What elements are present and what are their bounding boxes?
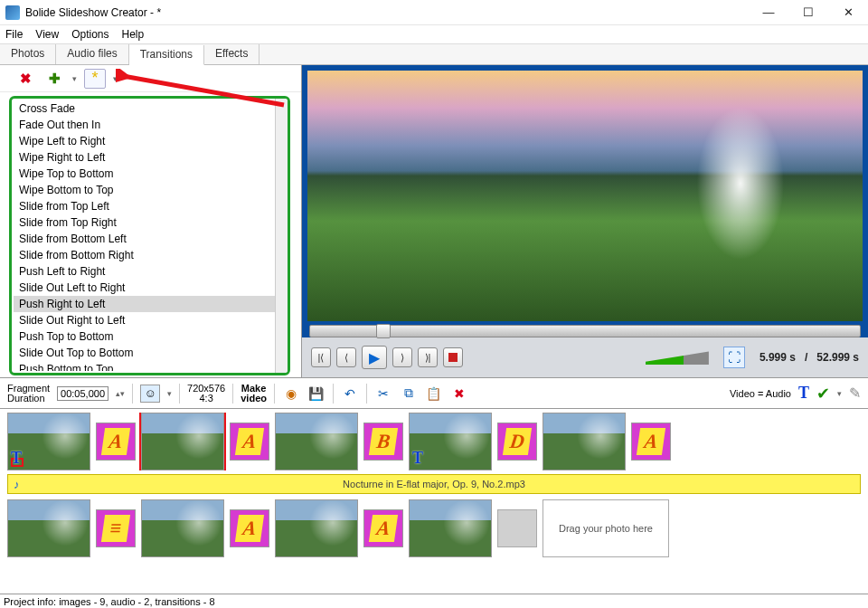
video-audio-label: Video = Audio [730, 388, 791, 399]
time-current: 5.999 s [760, 351, 796, 364]
delete-button[interactable]: ✖ [450, 385, 468, 403]
transition-option[interactable]: Slide from Top Right [14, 214, 286, 231]
clip-thumb[interactable] [141, 499, 224, 557]
photo-drop-slot[interactable]: Drag your photo here [542, 499, 669, 557]
record-button[interactable]: ◉ [282, 385, 300, 403]
seek-thumb[interactable] [376, 324, 391, 338]
clip-thumb[interactable]: T [409, 413, 492, 470]
transition-option[interactable]: Wipe Right to Left [14, 149, 286, 166]
play-button[interactable]: ▶ [362, 346, 387, 369]
duration-stepper[interactable]: ▴▾ [116, 389, 125, 398]
transition-option[interactable]: Slide Out Top to Bottom [14, 345, 286, 361]
face-detect-button[interactable]: ☺ [140, 385, 160, 403]
clip-thumb[interactable] [409, 499, 492, 557]
last-button[interactable]: ⟩| [418, 347, 438, 367]
transition-option[interactable]: Slide Out Left to Right [14, 280, 286, 296]
transition-thumb[interactable]: ≡ [96, 509, 136, 547]
text-tool-button[interactable]: T [798, 384, 809, 403]
transition-option[interactable]: Slide from Bottom Left [14, 231, 286, 247]
fragment-duration-label: Fragment Duration [7, 384, 50, 404]
timeline-toolbar: Fragment Duration 00:05,000 ▴▾ ☺ ▾ 720x5… [0, 378, 868, 409]
transitions-panel: ✖ ✚ ▾ * ▾ Cross FadeFade Out then InWipe… [0, 65, 302, 377]
cut-button[interactable]: ✂ [374, 385, 392, 403]
titlebar: Bolide Slideshow Creator - * — ☐ ✕ [0, 0, 868, 25]
copy-button[interactable]: ⧉ [400, 385, 418, 403]
close-button[interactable]: ✕ [828, 0, 868, 25]
clip-thumb[interactable] [275, 499, 358, 557]
clip-thumb[interactable]: T [7, 413, 90, 470]
transition-option[interactable]: Wipe Top to Bottom [14, 166, 286, 182]
transitions-scrollbar[interactable] [275, 99, 288, 373]
transition-thumb[interactable]: A [96, 423, 136, 461]
clip-thumb[interactable] [141, 413, 224, 470]
transitions-list[interactable]: Cross FadeFade Out then InWipe Left to R… [14, 100, 286, 371]
transitions-list-box: Cross FadeFade Out then InWipe Left to R… [9, 96, 290, 375]
menubar: File View Options Help [0, 25, 868, 43]
brush-button[interactable]: ✎ [849, 385, 861, 402]
time-total: 52.999 s [816, 351, 859, 364]
timeline[interactable]: T A A B T D A Nocturne in E-flat major, … [0, 409, 868, 557]
transition-thumb[interactable]: B [363, 423, 403, 461]
transition-option[interactable]: Push Right to Left [14, 296, 286, 312]
first-button[interactable]: |⟨ [311, 347, 331, 367]
transition-thumb[interactable]: D [497, 423, 537, 461]
transition-option[interactable]: Push Left to Right [14, 263, 286, 280]
transition-option[interactable]: Wipe Bottom to Top [14, 182, 286, 198]
transition-thumb[interactable]: A [230, 509, 269, 547]
volume-slider[interactable] [646, 350, 709, 365]
transition-option[interactable]: Wipe Left to Right [14, 133, 286, 149]
fragment-duration-input[interactable]: 00:05,000 [57, 386, 108, 401]
timeline-row-1: T A A B T D A [7, 413, 861, 470]
main-area: ✖ ✚ ▾ * ▾ Cross FadeFade Out then InWipe… [0, 65, 868, 378]
undo-button[interactable]: ↶ [341, 385, 359, 403]
menu-file[interactable]: File [5, 28, 23, 41]
transition-option[interactable]: Cross Fade [14, 100, 286, 117]
clip-thumb[interactable] [275, 413, 358, 470]
tab-photos[interactable]: Photos [0, 44, 56, 64]
stop-button[interactable] [443, 347, 463, 367]
player-controls: |⟨ ⟨ ▶ ⟩ ⟩| ⛶ 5.999 s / 52.999 s [302, 337, 868, 377]
paste-button[interactable]: 📋 [425, 385, 443, 403]
save-button[interactable]: 💾 [307, 385, 326, 403]
add-dropdown-caret[interactable]: ▾ [72, 74, 77, 83]
tabbar: Photos Audio files Transitions Effects [0, 43, 868, 65]
transition-option[interactable]: Slide from Bottom Right [14, 247, 286, 263]
audio-track[interactable]: Nocturne in E-flat major, Op. 9, No.2.mp… [7, 474, 861, 494]
resolution-label: 720x576 4:3 [187, 384, 225, 404]
transition-option[interactable]: Slide Out Right to Left [14, 312, 286, 328]
menu-help[interactable]: Help [122, 28, 145, 41]
tab-transitions[interactable]: Transitions [129, 45, 204, 65]
make-video-button[interactable]: Make video [241, 384, 267, 404]
status-text: Project info: images - 9, audio - 2, tra… [4, 596, 215, 607]
maximize-button[interactable]: ☐ [788, 0, 828, 25]
transition-thumb[interactable]: A [631, 423, 671, 461]
menu-options[interactable]: Options [71, 28, 108, 41]
app-icon [5, 5, 20, 20]
transition-option[interactable]: Slide from Top Left [14, 198, 286, 214]
time-separator: / [805, 351, 807, 364]
prev-button[interactable]: ⟨ [336, 347, 356, 367]
menu-view[interactable]: View [35, 28, 59, 41]
transition-thumb[interactable]: A [230, 423, 269, 461]
transition-thumb[interactable]: A [363, 509, 403, 547]
minimize-button[interactable]: — [749, 0, 788, 25]
delete-transition-button[interactable]: ✖ [14, 69, 36, 89]
transition-drop-slot[interactable] [497, 509, 537, 547]
random-transition-button[interactable]: * [84, 69, 106, 89]
tab-audio[interactable]: Audio files [56, 44, 128, 64]
window-title: Bolide Slideshow Creator - * [25, 6, 749, 19]
transitions-toolbar: ✖ ✚ ▾ * ▾ [0, 65, 301, 92]
transition-option[interactable]: Push Top to Bottom [14, 328, 286, 345]
preview-panel: |⟨ ⟨ ▶ ⟩ ⟩| ⛶ 5.999 s / 52.999 s [302, 65, 868, 377]
fullscreen-button[interactable]: ⛶ [723, 347, 745, 368]
seek-bar[interactable] [309, 325, 861, 337]
clip-thumb[interactable] [542, 413, 626, 470]
transition-option[interactable]: Fade Out then In [14, 117, 286, 133]
random-dropdown-caret[interactable]: ▾ [113, 74, 118, 83]
next-button[interactable]: ⟩ [392, 347, 412, 367]
add-transition-button[interactable]: ✚ [43, 69, 65, 89]
tab-effects[interactable]: Effects [204, 44, 259, 64]
apply-button[interactable]: ✔ [816, 384, 830, 404]
transition-option[interactable]: Push Bottom to Top [14, 361, 286, 371]
clip-thumb[interactable] [7, 499, 90, 557]
